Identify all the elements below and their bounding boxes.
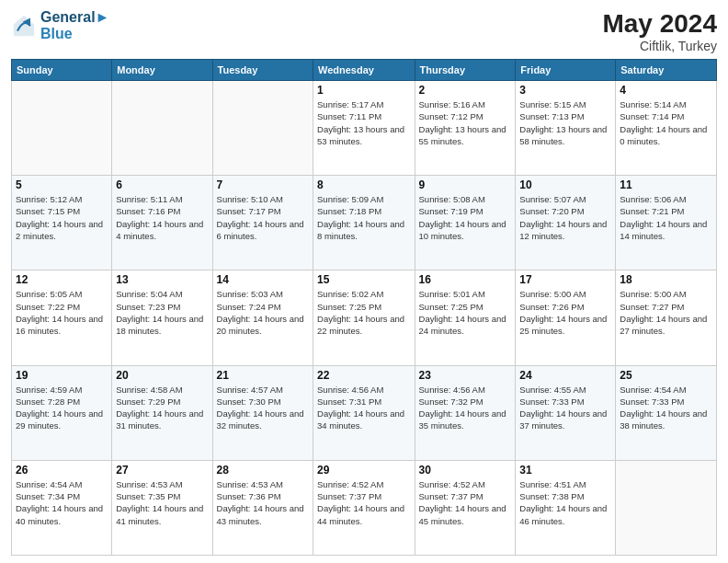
table-row: 9Sunrise: 5:08 AMSunset: 7:19 PMDaylight… (415, 176, 516, 270)
table-row: 25Sunrise: 4:54 AMSunset: 7:33 PMDayligh… (616, 365, 717, 460)
day-number: 1 (317, 84, 411, 97)
table-row: 21Sunrise: 4:57 AMSunset: 7:30 PMDayligh… (212, 365, 313, 460)
day-number: 27 (116, 464, 208, 477)
table-row: 28Sunrise: 4:53 AMSunset: 7:36 PMDayligh… (212, 460, 313, 555)
table-row (212, 81, 313, 176)
day-detail: Sunrise: 5:11 AMSunset: 7:16 PMDaylight:… (116, 193, 208, 242)
day-detail: Sunrise: 5:00 AMSunset: 7:27 PMDaylight:… (620, 288, 712, 337)
day-detail: Sunrise: 5:14 AMSunset: 7:14 PMDaylight:… (620, 98, 712, 147)
table-row: 8Sunrise: 5:09 AMSunset: 7:18 PMDaylight… (313, 176, 415, 270)
day-number: 29 (317, 464, 411, 477)
day-detail: Sunrise: 4:54 AMSunset: 7:34 PMDaylight:… (16, 478, 108, 527)
day-number: 18 (620, 273, 712, 286)
table-row: 5Sunrise: 5:12 AMSunset: 7:15 PMDaylight… (12, 176, 112, 270)
day-detail: Sunrise: 4:52 AMSunset: 7:37 PMDaylight:… (317, 478, 411, 527)
day-detail: Sunrise: 5:17 AMSunset: 7:11 PMDaylight:… (317, 98, 411, 147)
day-detail: Sunrise: 5:01 AMSunset: 7:25 PMDaylight:… (419, 288, 512, 337)
header-tuesday: Tuesday (212, 60, 313, 81)
day-number: 12 (16, 273, 108, 286)
day-detail: Sunrise: 5:16 AMSunset: 7:12 PMDaylight:… (419, 98, 512, 147)
day-detail: Sunrise: 5:00 AMSunset: 7:26 PMDaylight:… (519, 288, 611, 337)
table-row: 16Sunrise: 5:01 AMSunset: 7:25 PMDayligh… (415, 270, 516, 365)
day-detail: Sunrise: 4:54 AMSunset: 7:33 PMDaylight:… (620, 384, 712, 432)
day-detail: Sunrise: 5:12 AMSunset: 7:15 PMDaylight:… (16, 193, 108, 242)
header-monday: Monday (112, 60, 212, 81)
day-number: 5 (16, 178, 108, 191)
day-detail: Sunrise: 5:04 AMSunset: 7:23 PMDaylight:… (116, 288, 208, 337)
day-detail: Sunrise: 4:55 AMSunset: 7:33 PMDaylight:… (519, 384, 611, 432)
day-number: 23 (419, 369, 512, 382)
table-row: 20Sunrise: 4:58 AMSunset: 7:29 PMDayligh… (112, 365, 212, 460)
table-row: 12Sunrise: 5:05 AMSunset: 7:22 PMDayligh… (12, 270, 112, 365)
day-detail: Sunrise: 4:58 AMSunset: 7:29 PMDaylight:… (116, 384, 208, 432)
header: General► Blue May 2024 Ciftlik, Turkey (11, 9, 717, 53)
day-number: 10 (519, 178, 611, 191)
day-detail: Sunrise: 5:08 AMSunset: 7:19 PMDaylight:… (419, 193, 512, 242)
day-detail: Sunrise: 5:15 AMSunset: 7:13 PMDaylight:… (519, 98, 611, 147)
header-friday: Friday (516, 60, 616, 81)
day-number: 11 (620, 178, 712, 191)
calendar-body: 1Sunrise: 5:17 AMSunset: 7:11 PMDaylight… (12, 81, 717, 556)
table-row: 26Sunrise: 4:54 AMSunset: 7:34 PMDayligh… (12, 460, 112, 555)
day-number: 19 (16, 369, 108, 382)
header-wednesday: Wednesday (313, 60, 415, 81)
title-block: May 2024 Ciftlik, Turkey (602, 9, 717, 53)
logo-text: General► Blue (40, 9, 109, 42)
table-row: 2Sunrise: 5:16 AMSunset: 7:12 PMDaylight… (415, 81, 516, 176)
day-number: 4 (620, 84, 712, 97)
day-detail: Sunrise: 4:53 AMSunset: 7:35 PMDaylight:… (116, 478, 208, 527)
day-detail: Sunrise: 4:56 AMSunset: 7:31 PMDaylight:… (317, 384, 411, 432)
table-row: 22Sunrise: 4:56 AMSunset: 7:31 PMDayligh… (313, 365, 415, 460)
day-number: 3 (519, 84, 611, 97)
day-number: 24 (519, 369, 611, 382)
month-year: May 2024 (602, 9, 717, 39)
location: Ciftlik, Turkey (602, 39, 717, 53)
table-row: 6Sunrise: 5:11 AMSunset: 7:16 PMDaylight… (112, 176, 212, 270)
table-row: 14Sunrise: 5:03 AMSunset: 7:24 PMDayligh… (212, 270, 313, 365)
table-row: 7Sunrise: 5:10 AMSunset: 7:17 PMDaylight… (212, 176, 313, 270)
day-detail: Sunrise: 5:03 AMSunset: 7:24 PMDaylight:… (217, 288, 309, 337)
table-row: 31Sunrise: 4:51 AMSunset: 7:38 PMDayligh… (516, 460, 616, 555)
day-detail: Sunrise: 4:57 AMSunset: 7:30 PMDaylight:… (217, 384, 309, 432)
day-number: 25 (620, 369, 712, 382)
day-number: 30 (419, 464, 512, 477)
day-detail: Sunrise: 4:52 AMSunset: 7:37 PMDaylight:… (419, 478, 512, 527)
table-row: 27Sunrise: 4:53 AMSunset: 7:35 PMDayligh… (112, 460, 212, 555)
day-number: 16 (419, 273, 512, 286)
day-number: 20 (116, 369, 208, 382)
day-number: 28 (217, 464, 309, 477)
header-saturday: Saturday (616, 60, 717, 81)
table-row: 10Sunrise: 5:07 AMSunset: 7:20 PMDayligh… (516, 176, 616, 270)
day-number: 7 (217, 178, 309, 191)
day-detail: Sunrise: 5:09 AMSunset: 7:18 PMDaylight:… (317, 193, 411, 242)
day-number: 2 (419, 84, 512, 97)
day-number: 6 (116, 178, 208, 191)
day-number: 31 (519, 464, 611, 477)
table-row (112, 81, 212, 176)
header-sunday: Sunday (12, 60, 112, 81)
table-row: 3Sunrise: 5:15 AMSunset: 7:13 PMDaylight… (516, 81, 616, 176)
day-number: 14 (217, 273, 309, 286)
table-row: 11Sunrise: 5:06 AMSunset: 7:21 PMDayligh… (616, 176, 717, 270)
table-row: 23Sunrise: 4:56 AMSunset: 7:32 PMDayligh… (415, 365, 516, 460)
table-row: 19Sunrise: 4:59 AMSunset: 7:28 PMDayligh… (12, 365, 112, 460)
day-number: 9 (419, 178, 512, 191)
calendar-header: Sunday Monday Tuesday Wednesday Thursday… (12, 60, 717, 81)
day-number: 15 (317, 273, 411, 286)
day-detail: Sunrise: 4:56 AMSunset: 7:32 PMDaylight:… (419, 384, 512, 432)
day-number: 17 (519, 273, 611, 286)
day-detail: Sunrise: 5:07 AMSunset: 7:20 PMDaylight:… (519, 193, 611, 242)
day-number: 26 (16, 464, 108, 477)
day-detail: Sunrise: 5:02 AMSunset: 7:25 PMDaylight:… (317, 288, 411, 337)
table-row: 4Sunrise: 5:14 AMSunset: 7:14 PMDaylight… (616, 81, 717, 176)
header-thursday: Thursday (415, 60, 516, 81)
table-row: 30Sunrise: 4:52 AMSunset: 7:37 PMDayligh… (415, 460, 516, 555)
table-row (616, 460, 717, 555)
table-row: 17Sunrise: 5:00 AMSunset: 7:26 PMDayligh… (516, 270, 616, 365)
day-detail: Sunrise: 5:10 AMSunset: 7:17 PMDaylight:… (217, 193, 309, 242)
calendar-page: General► Blue May 2024 Ciftlik, Turkey S… (0, 0, 728, 563)
table-row: 1Sunrise: 5:17 AMSunset: 7:11 PMDaylight… (313, 81, 415, 176)
day-detail: Sunrise: 4:53 AMSunset: 7:36 PMDaylight:… (217, 478, 309, 527)
logo-icon (11, 13, 37, 39)
day-number: 22 (317, 369, 411, 382)
